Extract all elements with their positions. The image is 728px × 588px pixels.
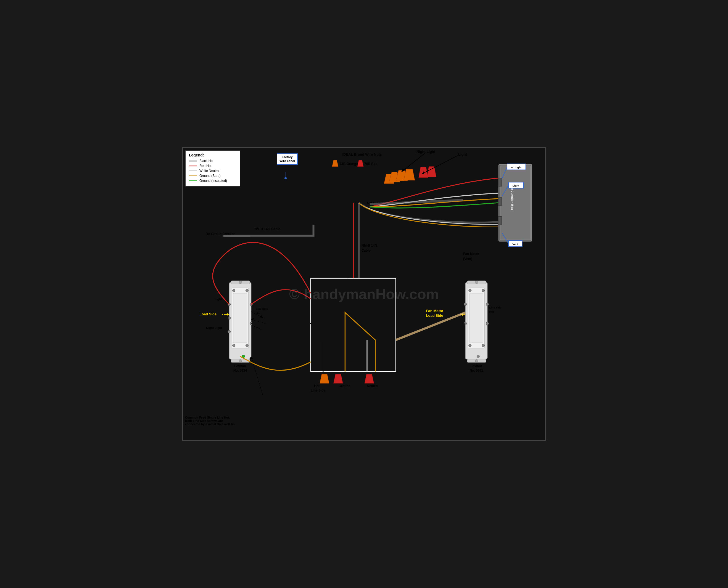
svg-point-62	[475, 281, 478, 284]
svg-rect-2	[500, 166, 530, 240]
nmb-142-right-label2: Cable	[362, 249, 371, 252]
fan-motor-load-label2: Load Side	[426, 313, 443, 318]
load-side-label: Load Side	[199, 312, 217, 316]
svg-point-63	[475, 359, 478, 362]
ground-green-label: Ground (Insulated)	[199, 179, 227, 183]
svg-point-51	[469, 289, 471, 292]
factory-label-line1: Factory	[280, 155, 295, 159]
black-hot-line	[189, 161, 197, 162]
svg-rect-28	[234, 293, 247, 343]
night-light-left-label: Night Light	[206, 326, 222, 330]
line-side-hot-right-label: Line Side	[489, 306, 502, 309]
svg-point-52	[482, 289, 485, 292]
legend-item-red: Red Hot	[189, 164, 237, 168]
ground-bare-line	[189, 175, 197, 176]
red-hot-line	[189, 166, 197, 166]
svg-rect-5	[498, 216, 502, 225]
legend-box: Legend: Black Hot Red Hot White Neutral …	[185, 150, 240, 187]
ground-label: Ground	[339, 384, 350, 388]
svg-point-41	[239, 281, 242, 284]
line-side-hot-left-label: Line Side	[256, 308, 268, 310]
light-top-label: Light	[458, 152, 467, 156]
white-neutral-label: White Neutral	[199, 169, 220, 173]
svg-point-35	[228, 330, 230, 333]
svg-point-55	[464, 303, 467, 306]
svg-rect-3	[498, 178, 502, 186]
legend-item-black: Black Hot	[189, 159, 237, 163]
73b-orange-label: 73B Orange	[340, 162, 358, 166]
svg-point-53	[469, 344, 471, 347]
ground-green-line	[189, 181, 197, 181]
wiring-diagram-svg: Fan Junction Box IDEAL Brand Wire Nuts 7…	[183, 148, 545, 440]
line-side-hot-left-label2: Hot	[256, 312, 260, 315]
ground-bare-label: Ground (Bare)	[199, 174, 221, 178]
line-side-hot-right-label2: Hot	[489, 310, 494, 313]
fan-motor-load-label: Fan Motor	[426, 309, 443, 313]
neutral-label: Neutral	[367, 384, 378, 388]
factory-label-line2: Wire Label	[280, 159, 295, 163]
n-light-callout: N. Light	[511, 166, 522, 169]
factory-label-connector	[286, 172, 286, 178]
night-light-top-label: Night Light	[417, 150, 436, 154]
hot-line-side-label: Hot	[314, 384, 320, 388]
factory-wire-label-box: Factory Wire Label	[277, 153, 298, 165]
diagram-container: Fan Junction Box IDEAL Brand Wire Nuts 7…	[182, 147, 546, 441]
nmb-142-top-label: NM-B 14/2 Cable	[254, 227, 280, 231]
vent-callout: Vent	[512, 243, 519, 246]
svg-point-57	[486, 303, 489, 306]
hot-line-side-label2: Line Side	[311, 388, 325, 392]
legend-title: Legend:	[189, 153, 237, 157]
svg-point-58	[486, 322, 489, 325]
common-feed-line1: Common Feed Single Line Hot.	[185, 416, 236, 419]
light-callout: Light	[512, 184, 520, 187]
black-hot-label: Black Hot	[199, 159, 214, 163]
common-feed-text: Common Feed Single Line Hot. Both Line S…	[185, 416, 236, 426]
legend-item-ground-bare: Ground (Bare)	[189, 174, 237, 178]
leviton-5634-num: No. 5634	[234, 369, 247, 373]
svg-point-59	[477, 355, 480, 358]
factory-label-dot	[284, 177, 287, 180]
svg-point-32	[245, 344, 248, 347]
svg-rect-50	[469, 293, 483, 343]
common-feed-line2: Both Line Side screws are	[185, 419, 236, 422]
wire-nuts-title: IDEAL Brand Wire Nuts	[342, 152, 382, 156]
leviton-5691-label: Leviton	[471, 364, 482, 368]
nmb-142-right-label: NM-B 14/2	[362, 244, 378, 248]
leviton-5691-num: No. 5691	[469, 369, 483, 373]
legend-item-ground-green: Ground (Insulated)	[189, 179, 237, 183]
light-left-label: Light	[215, 297, 222, 301]
svg-point-54	[482, 344, 485, 347]
svg-point-42	[239, 359, 242, 362]
fan-motor-vent-label: Fan Motor	[463, 252, 479, 256]
svg-point-30	[245, 289, 248, 292]
legend-item-white: White Neutral	[189, 169, 237, 173]
white-neutral-line	[189, 170, 197, 171]
76b-red-label: 76B Red	[364, 162, 378, 166]
common-feed-line3: connected by a metal Break-off fin.	[185, 422, 236, 426]
fan-motor-vent-label2: (Vent)	[463, 257, 472, 261]
svg-point-29	[232, 289, 235, 292]
svg-point-31	[232, 344, 235, 347]
svg-rect-4	[498, 197, 502, 206]
red-hot-label: Red Hot	[199, 164, 211, 168]
leviton-5634-label: Leviton	[234, 364, 246, 368]
